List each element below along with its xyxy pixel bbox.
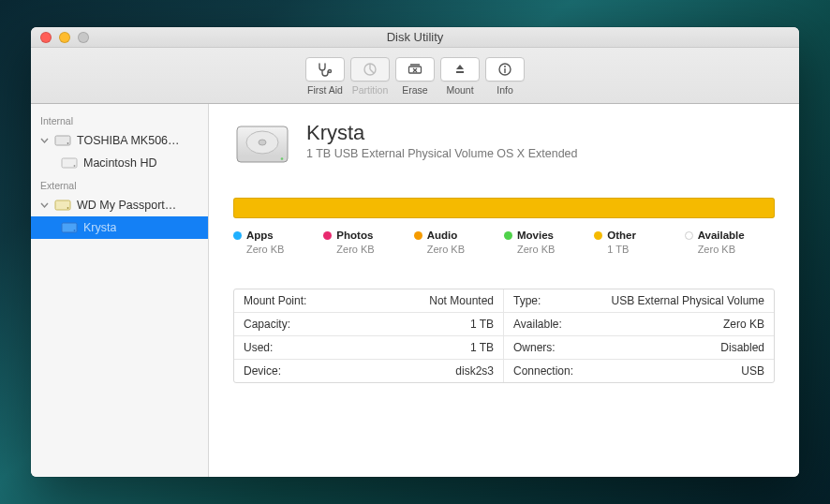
legend-movies: Movies Zero KB xyxy=(504,230,594,255)
svg-point-7 xyxy=(67,142,69,144)
swatch-photos xyxy=(323,231,332,240)
window-title: Disk Utility xyxy=(31,30,799,44)
swatch-available xyxy=(685,231,693,240)
chevron-down-icon[interactable] xyxy=(40,137,49,145)
detail-mount-point: Mount Point:Not Mounted xyxy=(234,289,504,313)
svg-point-18 xyxy=(281,157,284,160)
detail-type: Type:USB External Physical Volume xyxy=(504,289,774,313)
legend-photos: Photos Zero KB xyxy=(323,230,413,255)
sidebar-item-toshiba[interactable]: TOSHIBA MK506… xyxy=(31,129,208,152)
mount-icon xyxy=(452,62,467,77)
partition-button: Partition xyxy=(350,57,390,96)
legend-available: Available Zero KB xyxy=(685,230,775,255)
external-drive-icon xyxy=(61,221,78,234)
details-table: Mount Point:Not Mounted Type:USB Externa… xyxy=(233,289,775,383)
legend-other: Other 1 TB xyxy=(594,230,684,255)
svg-point-4 xyxy=(504,66,506,67)
first-aid-button[interactable]: First Aid xyxy=(305,57,345,96)
svg-point-9 xyxy=(74,165,76,167)
external-drive-icon xyxy=(54,199,71,212)
sidebar-item-wd-passport[interactable]: WD My Passport… xyxy=(31,194,208,216)
svg-point-13 xyxy=(74,230,76,231)
main-panel: Krysta 1 TB USB External Physical Volume… xyxy=(209,104,799,477)
info-button[interactable]: Info xyxy=(485,57,525,96)
mount-button[interactable]: Mount xyxy=(440,57,480,96)
sidebar-group-external: External xyxy=(31,174,208,194)
sidebar-item-krysta[interactable]: Krysta xyxy=(31,216,208,239)
drive-icon xyxy=(54,134,71,147)
chevron-down-icon[interactable] xyxy=(40,201,49,210)
sidebar: Internal TOSHIBA MK506… Macintosh HD Ext… xyxy=(31,104,209,477)
volume-description: 1 TB USB External Physical Volume OS X E… xyxy=(306,147,578,160)
svg-point-11 xyxy=(67,207,69,209)
erase-icon xyxy=(407,63,423,76)
swatch-movies xyxy=(504,231,512,240)
detail-device: Device:disk2s3 xyxy=(234,360,504,382)
sidebar-item-macintosh-hd[interactable]: Macintosh HD xyxy=(31,152,208,174)
legend-apps: Apps Zero KB xyxy=(233,230,323,255)
toolbar: First Aid Partition Erase Mount Info xyxy=(31,48,799,104)
swatch-other xyxy=(594,231,602,240)
detail-connection: Connection:USB xyxy=(504,360,774,382)
sidebar-group-internal: Internal xyxy=(31,110,208,129)
volume-name: Krysta xyxy=(306,121,578,145)
detail-owners: Owners:Disabled xyxy=(504,336,774,360)
usage-bar xyxy=(233,198,775,218)
swatch-audio xyxy=(414,231,422,240)
svg-rect-5 xyxy=(504,68,505,73)
drive-icon xyxy=(61,156,78,170)
svg-point-16 xyxy=(259,140,266,145)
detail-used: Used:1 TB xyxy=(234,336,504,360)
info-icon xyxy=(497,62,512,77)
svg-rect-17 xyxy=(239,156,286,161)
detail-available: Available:Zero KB xyxy=(504,313,774,336)
svg-rect-2 xyxy=(456,71,464,73)
titlebar: Disk Utility xyxy=(31,27,799,48)
usage-legend: Apps Zero KB Photos Zero KB Audio Zero K… xyxy=(233,230,775,255)
disk-large-icon xyxy=(233,121,291,168)
erase-button[interactable]: Erase xyxy=(395,57,435,96)
legend-audio: Audio Zero KB xyxy=(414,230,504,255)
swatch-apps xyxy=(233,231,242,240)
detail-capacity: Capacity:1 TB xyxy=(234,313,504,336)
disk-utility-window: Disk Utility First Aid Partition Erase xyxy=(31,27,799,477)
pie-icon xyxy=(363,62,378,77)
stethoscope-icon xyxy=(317,62,333,77)
